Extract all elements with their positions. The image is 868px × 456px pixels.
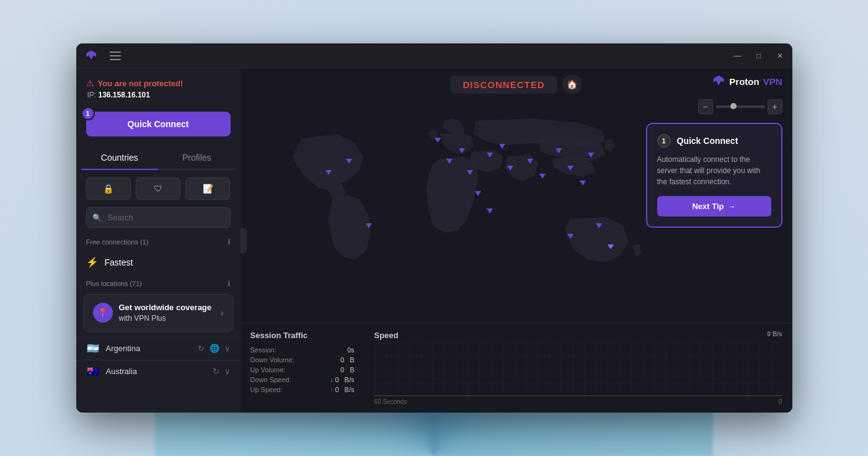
zoom-controls: − +	[698, 99, 782, 114]
quick-connect-badge: 1	[81, 107, 95, 120]
server-marker	[487, 153, 493, 158]
map-area: ‹ DISCONNECTED 🏠 ProtonVPN −	[241, 68, 792, 413]
argentina-globe-icon[interactable]: 🌐	[210, 344, 219, 353]
tab-profiles[interactable]: Profiles	[158, 146, 236, 170]
argentina-flag-icon: 🇦🇷	[86, 344, 100, 354]
vpn-plus-card-text: Get worldwide coverage with VPN Plus	[119, 302, 215, 324]
search-input[interactable]	[86, 207, 231, 228]
quick-connect-button[interactable]: 1 Quick Connect	[86, 112, 231, 136]
server-marker	[539, 174, 546, 179]
stats-panel: Session Traffic Session: 0s Down Volume:…	[241, 323, 792, 413]
fastest-label: Fastest	[105, 257, 133, 267]
proton-brand-sub: VPN	[763, 76, 782, 87]
title-bar: — □ ✕	[76, 43, 792, 68]
free-connections-section: Free connections (1) ℹ	[76, 235, 241, 250]
australia-flag-icon: 🇦🇺	[86, 367, 100, 377]
next-tip-arrow-icon: →	[728, 202, 736, 211]
country-item-argentina[interactable]: 🇦🇷 Argentina ↻ 🌐 ∨	[76, 337, 241, 360]
proton-brand-logo: ProtonVPN	[712, 74, 782, 88]
proton-brand-text: Proton	[729, 76, 759, 87]
server-marker	[346, 159, 352, 164]
minimize-button[interactable]: —	[733, 51, 743, 60]
stat-row-down-volume: Down Volume: 0 B	[250, 356, 355, 364]
home-button[interactable]: 🏠	[562, 74, 582, 94]
protection-status: ⚠ You are not protected! IP: 136.158.16.…	[76, 68, 241, 104]
speed-chart-svg	[374, 342, 782, 397]
server-marker	[467, 170, 473, 175]
stat-row-up-speed: Up Speed: ↑ 0 B/s	[250, 386, 355, 393]
plus-locations-section: Plus locations (71) ℹ	[76, 274, 241, 292]
stat-row-up-volume: Up Volume: 0 B	[250, 366, 355, 373]
australia-name: Australia	[106, 367, 206, 376]
server-marker	[567, 234, 574, 239]
maximize-button[interactable]: □	[754, 51, 764, 60]
stat-value-session: 0s	[347, 346, 355, 354]
tab-countries[interactable]: Countries	[81, 146, 159, 170]
stat-label-session: Session:	[250, 346, 277, 354]
australia-expand-icon[interactable]: ∨	[224, 367, 231, 376]
tooltip-header: 1 Quick Connect	[657, 134, 771, 148]
australia-actions: ↻ ∨	[213, 367, 231, 376]
speed-chart-header: Speed 0 B/s	[374, 331, 782, 340]
zoom-out-button[interactable]: −	[698, 99, 713, 114]
free-connections-label: Free connections (1)	[86, 238, 149, 246]
next-tip-label: Next Tip	[692, 202, 724, 211]
argentina-expand-icon[interactable]: ∨	[224, 344, 231, 353]
quick-connect-tooltip: 1 Quick Connect Automatically connect to…	[646, 123, 782, 228]
filter-secure-core-button[interactable]: 🔒	[86, 177, 131, 200]
server-marker	[475, 191, 481, 196]
vpn-plus-arrow-icon: ›	[221, 308, 224, 318]
search-icon: 🔍	[92, 213, 102, 222]
close-button[interactable]: ✕	[775, 51, 785, 60]
argentina-reconnect-icon[interactable]: ↻	[198, 344, 205, 353]
plus-locations-label: Plus locations (71)	[86, 280, 143, 287]
window-controls: — □ ✕	[733, 51, 785, 60]
filter-p2p-button[interactable]: 🛡	[136, 177, 180, 200]
zoom-in-button[interactable]: +	[768, 99, 782, 114]
next-tip-button[interactable]: Next Tip →	[657, 196, 771, 217]
speed-max-label: 0 B/s	[768, 331, 782, 340]
server-marker	[499, 144, 505, 149]
proton-brand-icon	[712, 74, 725, 88]
title-bar-logo	[84, 47, 127, 65]
vpn-plus-upgrade-card[interactable]: 📍 Get worldwide coverage with VPN Plus ›	[84, 294, 233, 332]
proton-logo-icon	[84, 48, 99, 63]
server-marker	[588, 153, 594, 158]
hamburger-menu-button[interactable]	[110, 47, 127, 65]
stat-row-session: Session: 0s	[250, 346, 355, 354]
not-protected-text: You are not protected!	[98, 79, 184, 88]
speed-title-label: Speed	[374, 331, 399, 340]
country-item-australia[interactable]: 🇦🇺 Australia ↻ ∨	[76, 360, 241, 383]
plus-locations-info-icon[interactable]: ℹ	[228, 279, 231, 288]
quick-connect-section: 1 Quick Connect	[76, 104, 241, 146]
chart-labels: 60 Seconds 0	[374, 398, 782, 405]
down-arrow-icon: ↓	[330, 377, 333, 383]
server-marker	[580, 181, 586, 186]
tooltip-step-badge: 1	[657, 134, 671, 148]
free-connections-info-icon[interactable]: ℹ	[228, 238, 231, 246]
disconnected-label: DISCONNECTED	[463, 79, 544, 90]
stat-value-down-speed: ↓ 0 B/s	[330, 376, 354, 383]
up-arrow-icon: ↑	[330, 387, 333, 393]
speed-chart-grid	[374, 342, 782, 397]
stat-value-up-volume: 0 B	[340, 366, 355, 373]
server-markers	[265, 105, 668, 320]
argentina-name: Argentina	[106, 344, 192, 353]
speed-chart-area: Speed 0 B/s	[365, 323, 792, 413]
server-marker	[487, 208, 493, 213]
stat-label-down-speed: Down Speed:	[250, 376, 291, 383]
server-marker	[435, 138, 441, 143]
tooltip-title: Quick Connect	[677, 136, 738, 146]
server-marker	[326, 170, 332, 175]
filter-tor-button[interactable]: 📝	[185, 177, 230, 200]
argentina-actions: ↻ 🌐 ∨	[198, 344, 231, 353]
zoom-slider[interactable]	[715, 105, 765, 108]
chart-label-left: 60 Seconds	[374, 398, 407, 405]
collapse-sidebar-button[interactable]: ‹	[241, 228, 247, 253]
zoom-slider-thumb	[730, 103, 737, 109]
australia-reconnect-icon[interactable]: ↻	[213, 367, 219, 376]
ip-label: IP:	[87, 91, 97, 99]
stat-row-down-speed: Down Speed: ↓ 0 B/s	[250, 376, 355, 383]
stat-label-up-volume: Up Volume:	[250, 366, 286, 373]
fastest-server-item[interactable]: ⚡ Fastest	[76, 250, 241, 274]
